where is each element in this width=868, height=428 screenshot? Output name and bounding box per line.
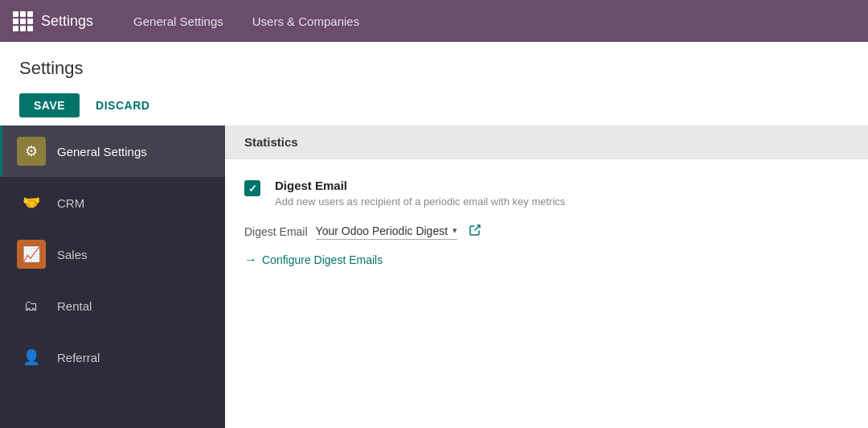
nav-general-settings[interactable]: General Settings [119, 0, 238, 42]
top-nav: Settings General Settings Users & Compan… [0, 0, 868, 42]
sidebar-label-rental: Rental [57, 299, 92, 313]
digest-select-value: Your Odoo Periodic Digest [316, 224, 448, 237]
digest-email-checkbox[interactable] [244, 180, 260, 196]
digest-email-select[interactable]: Your Odoo Periodic Digest ▾ [316, 224, 457, 240]
sidebar-item-referral[interactable]: 👤 Referral [0, 331, 225, 383]
crm-icon: 🤝 [17, 188, 46, 217]
external-link-icon[interactable] [469, 224, 481, 240]
sidebar: ⚙ General Settings 🤝 CRM 📈 Sales 🗂 Renta… [0, 126, 225, 428]
sidebar-item-rental[interactable]: 🗂 Rental [0, 280, 225, 331]
configure-link-label: Configure Digest Emails [262, 253, 383, 266]
digest-email-description: Add new users as recipient of a periodic… [275, 195, 565, 208]
referral-icon: 👤 [17, 343, 46, 372]
sidebar-label-referral: Referral [57, 351, 100, 364]
brand: Settings [13, 11, 93, 31]
chevron-down-icon: ▾ [452, 225, 457, 236]
digest-email-checkbox-wrap [244, 180, 260, 196]
statistics-title: Statistics [244, 135, 298, 149]
digest-email-label: Digest Email [275, 179, 565, 192]
grid-icon [13, 11, 33, 31]
page-title: Settings [19, 58, 849, 79]
page-header: Settings [0, 42, 868, 85]
digest-email-field-row: Digest Email Your Odoo Periodic Digest ▾ [244, 224, 849, 240]
statistics-section-body: Digest Email Add new users as recipient … [225, 159, 868, 286]
digest-email-row: Digest Email Add new users as recipient … [244, 179, 849, 208]
brand-label: Settings [41, 13, 93, 30]
toolbar: SAVE DISCARD [0, 85, 868, 126]
sidebar-label-general-settings: General Settings [57, 145, 147, 158]
nav-users-companies[interactable]: Users & Companies [238, 0, 374, 42]
save-button[interactable]: SAVE [19, 93, 80, 117]
sales-icon: 📈 [17, 240, 46, 269]
top-nav-links: General Settings Users & Companies [119, 0, 374, 42]
main-layout: ⚙ General Settings 🤝 CRM 📈 Sales 🗂 Renta… [0, 126, 868, 428]
arrow-right-icon: → [244, 253, 257, 267]
digest-field-label: Digest Email [244, 225, 308, 238]
sidebar-item-sales[interactable]: 📈 Sales [0, 228, 225, 280]
general-settings-icon: ⚙ [17, 137, 46, 166]
digest-email-text: Digest Email Add new users as recipient … [275, 179, 565, 208]
rental-icon: 🗂 [17, 291, 46, 320]
sidebar-item-general-settings[interactable]: ⚙ General Settings [0, 126, 225, 177]
sidebar-item-crm[interactable]: 🤝 CRM [0, 177, 225, 228]
sidebar-label-sales: Sales [57, 248, 88, 261]
content-area: Statistics Digest Email Add new users as… [225, 126, 868, 428]
statistics-section-header: Statistics [225, 126, 868, 159]
sidebar-label-crm: CRM [57, 196, 84, 210]
configure-digest-link[interactable]: → Configure Digest Emails [244, 253, 849, 267]
discard-button[interactable]: DISCARD [86, 93, 159, 117]
